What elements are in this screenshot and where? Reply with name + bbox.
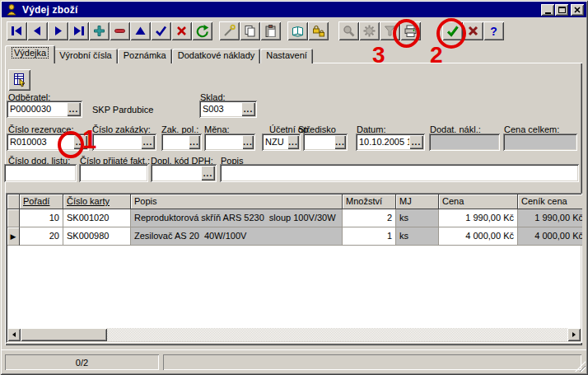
col-header-mnozstvi[interactable]: Množství bbox=[343, 195, 396, 209]
scroll-right-button[interactable] bbox=[567, 328, 581, 341]
first-record-icon bbox=[10, 24, 24, 38]
sklad-lookup-button[interactable]: ... bbox=[241, 102, 255, 116]
table-row[interactable]: 10 SK001020 Reproduktorová skříň ARS 523… bbox=[7, 209, 581, 227]
help-button[interactable]: ? bbox=[483, 21, 504, 40]
cislo-prijate-fakt-field[interactable] bbox=[79, 164, 148, 182]
dodat-nakl-field bbox=[429, 134, 500, 151]
popis-field[interactable] bbox=[220, 164, 579, 182]
dopl-kod-dph-field[interactable]: ... bbox=[151, 164, 217, 182]
col-header-cena[interactable]: Cena bbox=[439, 195, 518, 209]
delete-record-button[interactable] bbox=[110, 21, 130, 40]
scrollbar-track[interactable] bbox=[107, 328, 567, 341]
prior-record-button[interactable] bbox=[27, 21, 48, 40]
odberatel-note: SKP Pardubice bbox=[92, 105, 153, 115]
title-bar[interactable]: Výdej zboží bbox=[2, 2, 586, 17]
minimize-icon bbox=[545, 12, 551, 14]
copy-button[interactable] bbox=[240, 21, 260, 40]
post-edit-icon bbox=[154, 24, 168, 38]
edit-record-icon bbox=[133, 24, 147, 38]
grid-header-row: Pořadí Číslo karty Popis Množství MJ Cen… bbox=[7, 195, 581, 209]
stredisko-lookup-button[interactable]: ... bbox=[334, 135, 346, 149]
tab-vydejka[interactable]: Výdejka bbox=[5, 45, 55, 63]
tab-nastaveni[interactable]: Nastavení bbox=[260, 49, 313, 63]
scroll-left-button[interactable] bbox=[7, 328, 21, 341]
col-header-cenik-cena[interactable]: Ceník cena bbox=[518, 195, 582, 209]
mena-lookup-button[interactable]: ... bbox=[242, 135, 254, 149]
locks-button[interactable] bbox=[308, 21, 329, 40]
report-grid-icon bbox=[12, 73, 27, 87]
stredisko-field[interactable]: ... bbox=[303, 134, 348, 151]
col-header-poradi[interactable]: Pořadí bbox=[20, 195, 63, 209]
tab-vyrobni-cisla[interactable]: Výrobní čísla bbox=[54, 49, 118, 63]
items-grid: Pořadí Číslo karty Popis Množství MJ Cen… bbox=[6, 193, 582, 343]
last-record-icon bbox=[72, 24, 86, 38]
zak-pol-lookup-button[interactable]: ... bbox=[189, 135, 200, 149]
annotation-circle-rezervace bbox=[58, 131, 84, 158]
book-button[interactable] bbox=[287, 21, 308, 40]
row-selector[interactable] bbox=[7, 209, 20, 227]
insert-record-button[interactable] bbox=[89, 21, 110, 40]
ucetni-op-field[interactable]: NZU... bbox=[262, 134, 301, 151]
datum-lookup-button[interactable]: ... bbox=[409, 135, 423, 149]
grid-empty-area bbox=[7, 246, 581, 328]
app-icon bbox=[5, 3, 18, 16]
status-message-panel bbox=[163, 354, 581, 370]
locks-icon bbox=[311, 24, 325, 38]
col-header-cislo-karty[interactable]: Číslo karty bbox=[63, 195, 131, 209]
refresh-button[interactable] bbox=[192, 21, 212, 40]
gear-icon bbox=[362, 24, 376, 38]
book-icon bbox=[291, 24, 305, 38]
col-header-popis[interactable]: Popis bbox=[131, 195, 343, 209]
settings-button[interactable] bbox=[359, 21, 380, 40]
status-bar: 0/2 bbox=[2, 349, 586, 373]
minimize-button[interactable] bbox=[541, 4, 554, 16]
tab-strip: Výdejka Výrobní čísla Poznámka Dodatkové… bbox=[5, 47, 313, 63]
odberatel-lookup-button[interactable]: ... bbox=[67, 102, 81, 116]
pin-button[interactable] bbox=[219, 21, 240, 40]
search-button[interactable] bbox=[338, 21, 359, 40]
edit-record-button[interactable] bbox=[130, 21, 151, 40]
maximize-button[interactable] bbox=[555, 4, 568, 16]
pin-icon bbox=[222, 24, 236, 38]
zak-pol-field[interactable]: ... bbox=[161, 134, 202, 151]
annotation-step-3: 3 bbox=[372, 42, 385, 68]
last-record-button[interactable] bbox=[68, 21, 89, 40]
cislo-dod-listu-field[interactable] bbox=[4, 164, 77, 182]
zakazky-lookup-button[interactable]: ... bbox=[141, 135, 155, 149]
annotation-circle-print bbox=[393, 19, 420, 48]
report-button[interactable] bbox=[8, 69, 30, 91]
app-window: Výdej zboží bbox=[0, 0, 588, 375]
cancel-edit-button[interactable] bbox=[171, 21, 192, 40]
ucetni-op-lookup-button[interactable]: ... bbox=[287, 135, 299, 149]
scroll-right-icon bbox=[571, 331, 577, 338]
tab-dodatkove-naklady[interactable]: Dodatkové náklady bbox=[172, 49, 261, 63]
help-icon: ? bbox=[487, 24, 501, 38]
prior-record-icon bbox=[30, 24, 44, 38]
table-row-current[interactable]: ▶ 20 SK000980 Zesilovač AS 20 40W/100V 1… bbox=[7, 227, 581, 246]
grid-header-selector bbox=[7, 195, 20, 209]
next-record-button[interactable] bbox=[48, 21, 68, 40]
dph-lookup-button[interactable]: ... bbox=[201, 166, 215, 180]
copy-icon bbox=[243, 24, 257, 38]
mena-field[interactable]: ... bbox=[204, 134, 255, 151]
col-header-mj[interactable]: MJ bbox=[396, 195, 439, 209]
current-row-marker-icon[interactable]: ▶ bbox=[7, 227, 20, 246]
close-icon bbox=[574, 7, 581, 13]
annotation-step-1: 1 bbox=[82, 125, 96, 155]
first-record-button[interactable] bbox=[7, 21, 27, 40]
cislo-zakazky-field[interactable]: ... bbox=[92, 134, 156, 151]
sklad-field[interactable]: S003... bbox=[199, 101, 257, 118]
record-counter: 0/2 bbox=[5, 354, 159, 370]
paste-icon bbox=[264, 24, 278, 38]
odberatel-field[interactable]: P0000030... bbox=[7, 101, 82, 118]
post-edit-button[interactable] bbox=[151, 21, 171, 40]
datum-field[interactable]: 10.10.2005 1... bbox=[356, 134, 425, 151]
annotation-step-2: 2 bbox=[430, 42, 443, 68]
paste-button[interactable] bbox=[260, 21, 281, 40]
scrollbar-thumb[interactable] bbox=[21, 328, 107, 341]
maximize-icon bbox=[558, 7, 566, 13]
svg-text:?: ? bbox=[490, 24, 497, 37]
cancel-edit-icon bbox=[175, 24, 189, 38]
close-button[interactable] bbox=[571, 4, 584, 16]
tab-poznamka[interactable]: Poznámka bbox=[118, 49, 172, 63]
